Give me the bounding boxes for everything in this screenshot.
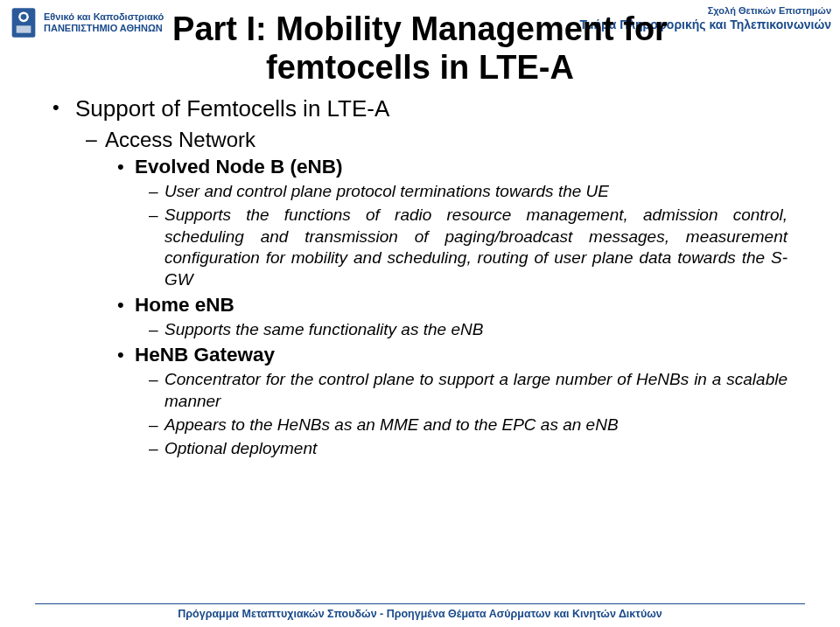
bullet-dot-icon: • (52, 95, 75, 122)
bullet-level1: • Support of Femtocells in LTE-A (52, 95, 788, 122)
bullet-level4: – Supports the same functionality as the… (149, 319, 788, 341)
bullet-level3: • Home eNB (117, 293, 788, 318)
bullet-level4: – Concentrator for the control plane to … (149, 369, 788, 412)
university-logo-icon (9, 5, 38, 40)
bullet-level4: – Optional deployment (149, 438, 788, 460)
footer-text: Πρόγραμμα Μεταπτυχιακών Σπουδών - Προηγμ… (0, 608, 840, 620)
slide-content: • Support of Femtocells in LTE-A – Acces… (0, 87, 840, 459)
bullet-text: Optional deployment (164, 438, 317, 460)
svg-point-2 (21, 14, 27, 20)
bullet-dot-icon: • (117, 155, 135, 180)
bullet-dash-icon: – (149, 181, 164, 203)
bullet-text: Evolved Node B (eNB) (135, 155, 343, 180)
bullet-dot-icon: • (117, 343, 135, 368)
bullet-level4: – User and control plane protocol termin… (149, 181, 788, 203)
bullet-dash-icon: – (149, 205, 164, 291)
bullet-text: Support of Femtocells in LTE-A (75, 95, 389, 122)
uni-line2: ΠΑΝΕΠΙΣΤΗΜΙΟ ΑΘΗΝΩΝ (44, 23, 164, 34)
uni-line1: Εθνικό και Καποδιστριακό (44, 11, 164, 23)
bullet-level2: – Access Network (86, 127, 788, 153)
bullet-text: User and control plane protocol terminat… (164, 181, 609, 203)
bullet-text: Concentrator for the control plane to su… (164, 369, 788, 412)
bullet-dash-icon: – (149, 438, 164, 460)
slide-footer: Πρόγραμμα Μεταπτυχιακών Σπουδών - Προηγμ… (0, 603, 840, 620)
bullet-text: Appears to the HeNBs as an MME and to th… (164, 415, 619, 436)
bullet-dash-icon: – (149, 319, 164, 341)
bullet-level4: – Appears to the HeNBs as an MME and to … (149, 415, 788, 436)
bullet-level3: • Evolved Node B (eNB) (117, 155, 788, 180)
bullet-level3: • HeNB Gateway (117, 343, 788, 368)
footer-divider (35, 603, 805, 604)
bullet-text: Home eNB (135, 293, 234, 318)
bullet-dot-icon: • (117, 293, 135, 318)
svg-rect-3 (17, 25, 32, 32)
bullet-level4: – Supports the functions of radio resour… (149, 205, 788, 291)
header-left: Εθνικό και Καποδιστριακό ΠΑΝΕΠΙΣΤΗΜΙΟ ΑΘ… (9, 5, 164, 40)
bullet-dash-icon: – (149, 415, 164, 436)
bullet-text: HeNB Gateway (135, 343, 275, 368)
bullet-text: Supports the functions of radio resource… (164, 205, 788, 291)
title-line1: Part I: Mobility Management for (172, 10, 668, 47)
bullet-text: Supports the same functionality as the e… (164, 319, 483, 341)
title-line2: femtocells in LTE-A (266, 49, 574, 86)
university-name: Εθνικό και Καποδιστριακό ΠΑΝΕΠΙΣΤΗΜΙΟ ΑΘ… (44, 11, 164, 34)
bullet-dash-icon: – (86, 127, 105, 153)
bullet-text: Access Network (105, 127, 256, 153)
bullet-dash-icon: – (149, 369, 164, 412)
